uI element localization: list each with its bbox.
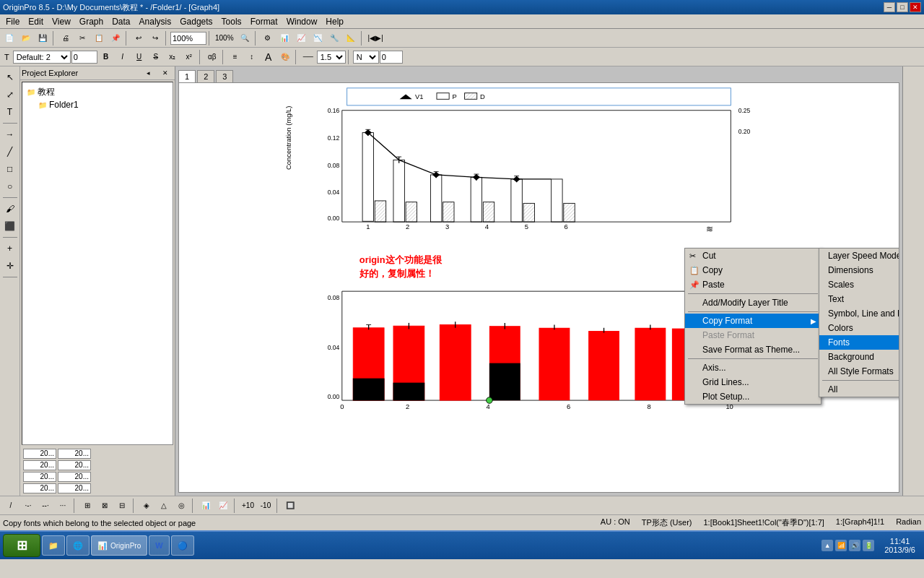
superscript-btn[interactable]: x² [181,49,197,65]
taskbar-clock[interactable]: 11:41 2013/9/6 [879,537,921,554]
tb-btn-4[interactable]: 📉 [310,30,326,46]
font-select[interactable]: Default: 2 [13,51,71,64]
menu-window[interactable]: Window [282,15,322,28]
new-btn[interactable]: 📄 [1,30,17,46]
tb-btn-6[interactable]: 📐 [343,30,359,46]
menu-analysis[interactable]: Analysis [135,15,176,28]
sub-fonts[interactable]: Fonts [819,335,899,350]
italic-btn[interactable]: I [115,49,131,65]
tb-btn-1[interactable]: ⚙ [260,30,276,46]
menu-graph[interactable]: Graph [75,15,108,28]
screen-reader[interactable]: ✛ [2,258,18,274]
taskbar-ie[interactable]: 🌐 [66,535,90,556]
menu-gadgets[interactable]: Gadgets [175,15,217,28]
align-btn[interactable]: ≡ [227,49,243,65]
tb-btn-5[interactable]: 🔧 [326,30,342,46]
bt-3[interactable]: --· [38,498,53,514]
tray-network[interactable]: 📶 [835,540,847,551]
menu-data[interactable]: Data [108,15,134,28]
tray-volume[interactable]: 🔊 [849,540,860,551]
bg-color-btn[interactable]: 🎨 [277,49,293,65]
print-btn[interactable]: 🖨 [58,30,74,46]
sidebar-close[interactable]: ✕ [157,67,173,79]
sidebar-pin[interactable]: ◂ [140,67,156,79]
open-btn[interactable]: 📂 [18,30,34,46]
start-button[interactable]: ⊞ [3,534,40,557]
save-btn[interactable]: 💾 [35,30,51,46]
bt-7[interactable]: ⊟ [114,498,130,514]
menu-edit[interactable]: Edit [24,15,48,28]
menu-view[interactable]: View [48,15,75,28]
ctx-copy[interactable]: 📋 Copy [685,263,821,277]
font-size-input[interactable] [71,51,97,64]
copy-btn[interactable]: 📋 [91,30,107,46]
ctx-save-theme[interactable]: Save Format as Theme... [685,342,821,357]
arrow-tool[interactable]: → [2,126,18,142]
paint-tool[interactable]: 🖌 [2,201,18,217]
bt-5[interactable]: ⊞ [79,498,95,514]
strikethrough-btn[interactable]: S [148,49,164,65]
sub-dimensions[interactable]: Dimensions [819,263,899,277]
sub-all[interactable]: All [819,382,899,397]
subscript-btn[interactable]: x₂ [165,49,180,65]
tray-icon-1[interactable]: ▲ [821,540,833,551]
text-tool[interactable]: T [2,104,18,120]
bt-2[interactable]: ·-· [20,498,36,514]
tb-btn-3[interactable]: 📈 [293,30,309,46]
ctx-grid[interactable]: Grid Lines... [685,375,821,389]
taskbar-word[interactable]: W [149,535,169,556]
bt-6[interactable]: ⊠ [97,498,113,514]
tree-root[interactable]: 📁 教程 [25,85,170,99]
sub-symbol-line[interactable]: Symbol, Line and Fill [819,306,899,321]
graph-tab-2[interactable]: 2 [197,70,214,82]
bold-btn[interactable]: B [98,49,114,65]
ctx-plot-setup[interactable]: Plot Setup... [685,389,821,404]
bt-13[interactable]: +10 [240,498,256,514]
bt-1[interactable]: / [3,498,19,514]
bt-14[interactable]: -10 [258,498,274,514]
zoom-input[interactable] [170,32,206,45]
font-color-btn[interactable]: A [261,49,276,65]
close-button[interactable]: ✕ [910,2,921,12]
ctx-paste[interactable]: 📌 Paste [685,277,821,292]
tb-btn-2[interactable]: 📊 [276,30,292,46]
circle-tool[interactable]: ○ [2,178,18,194]
bt-11[interactable]: 📊 [198,498,214,514]
menu-format[interactable]: Format [246,15,282,28]
sub-scales[interactable]: Scales [819,277,899,292]
menu-file[interactable]: File [1,15,24,28]
rect-tool[interactable]: □ [2,161,18,177]
line-tool[interactable]: ╱ [2,144,18,160]
marker-btn[interactable]: |◀▶| [366,30,385,46]
zoom-tool[interactable]: ⤢ [2,87,18,103]
graph-tab-3[interactable]: 3 [216,70,233,82]
undo-btn[interactable]: ↩ [131,30,147,46]
bt-9[interactable]: △ [156,498,172,514]
sub-layer-speed[interactable]: Layer Speed Mode [819,249,899,263]
greek-btn[interactable]: αβ [204,49,220,65]
redo-btn[interactable]: ↪ [147,30,163,46]
minimize-button[interactable]: ─ [884,2,895,12]
spacing-btn[interactable]: ↕ [244,49,260,65]
line-width-select[interactable]: 1.5 [317,51,346,64]
taskbar-origin[interactable]: 📊 OriginPro [91,535,147,556]
maximize-button[interactable]: □ [897,2,908,12]
zoom-in[interactable]: 🔍 [237,30,253,46]
taskbar-extra[interactable]: 🔵 [171,535,194,556]
ctx-add-layer[interactable]: Add/Modify Layer Title [685,296,821,310]
fill-select[interactable]: N [353,51,379,64]
data-reader[interactable]: + [2,241,18,256]
fill-val[interactable] [380,51,403,64]
pointer-tool[interactable]: ↖ [2,69,18,85]
ctx-axis[interactable]: Axis... [685,361,821,375]
underline-btn[interactable]: U [131,49,147,65]
menu-help[interactable]: Help [321,15,348,28]
paste-btn[interactable]: 📌 [108,30,123,46]
cut-btn[interactable]: ✂ [74,30,90,46]
line-style-btn[interactable]: ── [300,49,316,65]
bt-8[interactable]: ◈ [139,498,154,514]
bt-10[interactable]: ◎ [173,498,189,514]
sub-all-style[interactable]: All Style Formats [819,364,899,379]
menu-tools[interactable]: Tools [217,15,246,28]
sub-colors[interactable]: Colors [819,321,899,335]
